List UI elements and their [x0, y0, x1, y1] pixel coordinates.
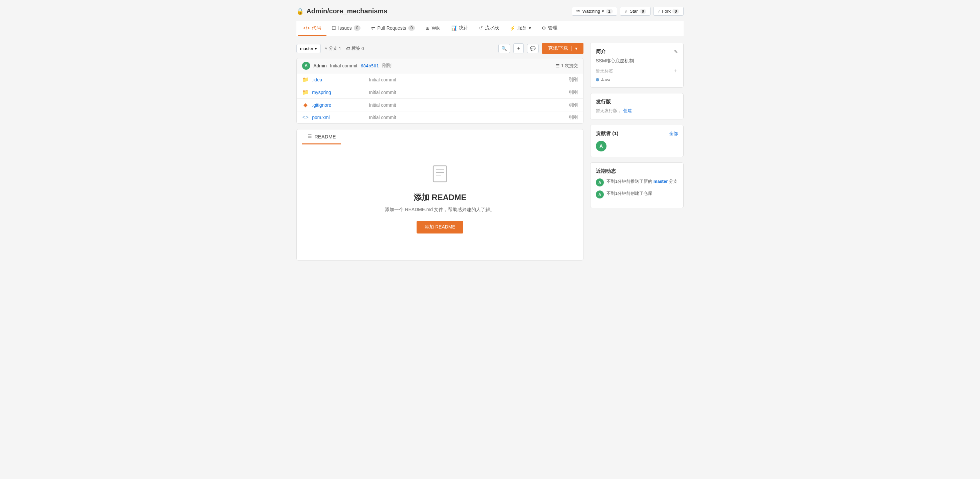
tab-stats[interactable]: 📊 统计: [446, 21, 474, 36]
chevron-down-icon: ▾: [602, 9, 604, 14]
branch-link[interactable]: master: [654, 179, 668, 184]
chevron-icon: ▾: [315, 46, 317, 51]
contributor-avatar: A: [596, 141, 606, 151]
tag-icon: 🏷: [346, 46, 350, 51]
star-icon: ☆: [624, 9, 628, 14]
file-commit: Initial commit: [369, 90, 565, 95]
tag-count-value: 0: [361, 46, 364, 51]
tab-issues[interactable]: ☐ Issues 0: [326, 21, 366, 36]
file-row: ◆ .gitignore Initial commit 刚刚: [297, 99, 583, 111]
sidebar-release-section: 发行版 暂无发行版， 创建: [590, 93, 684, 119]
tab-management-label: 管理: [548, 25, 557, 31]
folder-icon: 📁: [302, 76, 309, 83]
fork-label: Fork: [662, 9, 671, 14]
file-table: A Admin Initial commit 684b501 刚刚 ☰ 1 次提…: [296, 58, 584, 124]
branch-count-info: ⑂ 分支 1: [325, 45, 341, 51]
commit-hash[interactable]: 684b501: [361, 63, 379, 68]
mgmt-icon: ⚙: [542, 25, 546, 31]
file-name[interactable]: pom.xml: [312, 115, 366, 120]
star-button[interactable]: ☆ Star 0: [620, 7, 651, 16]
tab-pr-label: Pull Requests: [377, 25, 406, 31]
tab-pipeline[interactable]: ↺ 流水线: [474, 21, 504, 36]
repo-main: master ▾ ⑂ 分支 1 🏷 标签 0: [296, 43, 584, 260]
sidebar-tag-row: 暂无标签 ＋: [596, 67, 678, 75]
fork-button[interactable]: ⑂ Fork 0: [653, 7, 684, 16]
file-commit: Initial commit: [369, 102, 565, 108]
file-time: 刚刚: [568, 102, 578, 108]
code-icon: </>: [303, 25, 310, 31]
readme-empty-desc: 添加一个 README.md 文件，帮助感兴趣的人了解。: [385, 207, 495, 213]
edit-icon[interactable]: ✎: [674, 49, 678, 54]
commit-count: ☰ 1 次提交: [556, 63, 578, 69]
fork-icon: ⑂: [657, 9, 660, 14]
header-actions: 👁 Watching ▾ 1 ☆ Star 0 ⑂ Fork 0: [572, 7, 684, 16]
repo-name: Admin/core_mechanisms: [306, 7, 387, 15]
tab-services[interactable]: ⚡ 服务 ▾: [504, 21, 536, 36]
file-commit: Initial commit: [369, 77, 565, 82]
file-row: 📁 .idea Initial commit 刚刚: [297, 73, 583, 86]
no-tag-label: 暂无标签: [596, 68, 613, 74]
comment-button[interactable]: 💬: [527, 44, 539, 53]
clone-chevron-icon: ▾: [575, 46, 578, 51]
branch-tree-icon: ⑂: [325, 46, 328, 51]
tab-management[interactable]: ⚙ 管理: [536, 21, 563, 36]
tab-wiki-label: Wiki: [431, 25, 440, 31]
release-title: 发行版: [596, 99, 678, 105]
lang-dot: [596, 78, 599, 81]
activity-title: 近期动态: [596, 168, 678, 174]
repo-title: 🔒 Admin/core_mechanisms: [296, 7, 387, 15]
sidebar-language: Java: [596, 77, 678, 82]
pr-badge: 0: [408, 25, 415, 31]
watching-button[interactable]: 👁 Watching ▾ 1: [572, 7, 617, 16]
sidebar-activity-section: 近期动态 A 不到1分钟前推送了新的 master 分支 A 不到1分钟前创建了…: [590, 162, 684, 208]
issues-icon: ☐: [332, 25, 336, 31]
clone-btn-divider: [571, 46, 572, 51]
search-icon: 🔍: [501, 46, 507, 51]
watching-label: Watching: [582, 9, 600, 14]
clone-download-button[interactable]: 克隆/下载 ▾: [542, 43, 584, 54]
services-chevron-icon: ▾: [529, 25, 531, 31]
toolbar-actions: 🔍 ＋ 💬 克隆/下载 ▾: [498, 43, 584, 54]
add-readme-button[interactable]: 添加 README: [417, 221, 463, 233]
latest-commit-row: A Admin Initial commit 684b501 刚刚 ☰ 1 次提…: [297, 59, 583, 73]
create-release-link[interactable]: 创建: [623, 108, 632, 113]
activity-item: A 不到1分钟前推送了新的 master 分支: [596, 178, 678, 186]
gitignore-icon: ◆: [302, 102, 309, 108]
sidebar-intro-title: 简介 ✎: [596, 48, 678, 55]
branch-count-label: 分支: [329, 45, 337, 51]
sidebar-intro-section: 简介 ✎ SSM核心底层机制 暂无标签 ＋ Java: [590, 43, 684, 88]
file-name[interactable]: .idea: [312, 77, 366, 82]
contributors-title: 贡献者 (1): [596, 130, 619, 137]
repo-sidebar: 简介 ✎ SSM核心底层机制 暂无标签 ＋ Java 发行版 暂无发行版，: [590, 43, 684, 260]
add-tag-button[interactable]: ＋: [673, 67, 678, 75]
contributors-header: 贡献者 (1) 全部: [596, 130, 678, 137]
readme-header: ☰ README: [302, 129, 341, 144]
activity-item: A 不到1分钟前创建了仓库: [596, 190, 678, 198]
commit-message: Initial commit: [330, 63, 358, 68]
tab-code[interactable]: </> 代码: [298, 21, 326, 36]
add-file-button[interactable]: ＋: [513, 43, 524, 53]
nav-tabs: </> 代码 ☐ Issues 0 ⇄ Pull Requests 0 ⊞ Wi…: [296, 21, 684, 36]
file-time: 刚刚: [568, 77, 578, 83]
tab-stats-label: 统计: [459, 25, 468, 31]
pr-icon: ⇄: [371, 25, 375, 31]
clone-label: 克隆/下载: [548, 45, 568, 51]
tab-pull-requests[interactable]: ⇄ Pull Requests 0: [366, 21, 420, 36]
branch-selector[interactable]: master ▾: [296, 44, 321, 53]
file-name[interactable]: myspring: [312, 90, 366, 95]
eye-icon: 👁: [576, 9, 581, 14]
readme-empty-icon: [431, 165, 449, 187]
branch-count-value: 1: [339, 46, 341, 51]
commit-count-icon: ☰: [556, 63, 560, 68]
tab-wiki[interactable]: ⊞ Wiki: [420, 21, 445, 36]
readme-body: 添加 README 添加一个 README.md 文件，帮助感兴趣的人了解。 添…: [297, 144, 583, 260]
search-button[interactable]: 🔍: [498, 44, 510, 53]
lock-icon: 🔒: [296, 8, 304, 15]
repo-toolbar: master ▾ ⑂ 分支 1 🏷 标签 0: [296, 43, 584, 54]
tag-count-info: 🏷 标签 0: [346, 45, 364, 51]
commit-time: 刚刚: [382, 63, 391, 69]
contributors-all-link[interactable]: 全部: [669, 131, 678, 137]
issues-badge: 0: [354, 25, 361, 31]
file-name[interactable]: .gitignore: [312, 102, 366, 108]
readme-section: ☰ README 添加 README 添加一个 README.: [296, 129, 584, 260]
